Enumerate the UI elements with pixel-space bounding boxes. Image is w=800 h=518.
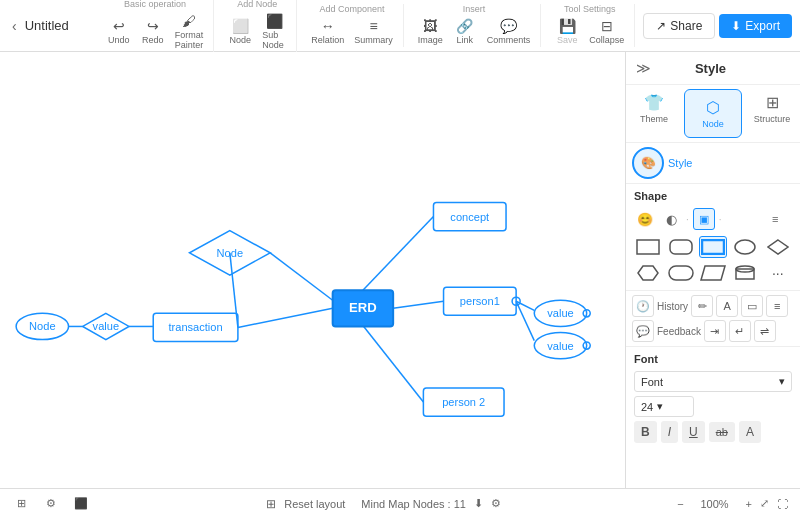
font-section: Font Font ▾ 24 ▾ B I U ab A xyxy=(626,347,800,449)
export-button[interactable]: ⬇ Export xyxy=(719,14,792,38)
svg-rect-34 xyxy=(670,240,692,254)
add-component-group: Add Component ↔ Relation ≡ Summary xyxy=(301,4,404,47)
fill-image-btn[interactable]: ▣ xyxy=(693,208,715,230)
comments-button[interactable]: 💬 Comments xyxy=(483,16,535,47)
fit-view-button[interactable]: ⤢ xyxy=(758,495,771,512)
shape-top-icons: 😊 ◐ · ▣ · ≡ xyxy=(634,208,792,230)
structure-icon: ⊞ xyxy=(766,93,779,112)
diagram-canvas[interactable]: Node value transaction Node ERD concept … xyxy=(0,52,625,488)
share-button[interactable]: ↗ Share xyxy=(643,13,715,39)
svg-text:Node: Node xyxy=(217,247,243,259)
italic-button[interactable]: I xyxy=(661,421,678,443)
link-button[interactable]: 🔗 Link xyxy=(449,16,481,47)
document-title[interactable]: Untitled xyxy=(25,18,85,33)
shape-hexagon[interactable] xyxy=(634,262,662,284)
panel-header: ≫ Style xyxy=(626,52,800,85)
history-icon-btn[interactable]: 🕐 xyxy=(632,295,654,317)
shape-rect-bold[interactable] xyxy=(699,236,727,258)
shape-cylinder[interactable] xyxy=(731,262,759,284)
font-style-row: B I U ab A xyxy=(634,421,792,443)
image-label: Image xyxy=(418,35,443,45)
shape-stadium[interactable] xyxy=(666,262,694,284)
svg-text:transaction: transaction xyxy=(168,321,222,333)
basic-operation-items: ↩ Undo ↪ Redo 🖌 Format Painter xyxy=(103,11,208,52)
shape-diamond[interactable] xyxy=(764,236,792,258)
diagram-svg: Node value transaction Node ERD concept … xyxy=(0,52,625,488)
underline-button[interactable]: U xyxy=(682,421,705,443)
node-button[interactable]: ⬜ Node xyxy=(224,16,256,47)
zoom-plus-button[interactable]: + xyxy=(744,496,754,512)
color-tool-btn[interactable]: A xyxy=(716,295,738,317)
wrap-btn[interactable]: ⇌ xyxy=(754,320,776,342)
nodes-count-label: Mind Map Nodes : 11 xyxy=(361,498,466,510)
add-component-label: Add Component xyxy=(319,4,384,14)
shape-circle[interactable] xyxy=(731,236,759,258)
status-grid-icon[interactable]: ⊞ xyxy=(10,493,32,515)
bold-button[interactable]: B xyxy=(634,421,657,443)
align-icon-btn[interactable]: ≡ xyxy=(772,211,792,227)
style-subtabs-row: 🎨 Style xyxy=(626,143,800,184)
format-painter-label: Format Painter xyxy=(175,30,204,50)
shape-more[interactable]: ··· xyxy=(764,262,792,284)
svg-marker-40 xyxy=(701,266,725,280)
redo-button[interactable]: ↪ Redo xyxy=(137,16,169,47)
font-family-select[interactable]: Font ▾ xyxy=(634,371,792,392)
save-button[interactable]: 💾 Save xyxy=(551,16,583,47)
strikethrough-button[interactable]: ab xyxy=(709,422,735,442)
link-icon: 🔗 xyxy=(456,18,473,34)
comments-icon: 💬 xyxy=(500,18,517,34)
outdent-btn[interactable]: ↵ xyxy=(729,320,751,342)
gradient-icon-btn[interactable]: ◐ xyxy=(660,208,682,230)
share-icon: ↗ xyxy=(656,19,666,33)
image-button[interactable]: 🖼 Image xyxy=(414,16,447,47)
back-button[interactable]: ‹ xyxy=(8,14,21,38)
basic-operation-group: Basic operation ↩ Undo ↪ Redo 🖌 Format P… xyxy=(97,0,215,52)
status-settings-icon[interactable]: ⚙ xyxy=(40,493,62,515)
status-monitor-icon[interactable]: ⬛ xyxy=(70,493,92,515)
undo-button[interactable]: ↩ Undo xyxy=(103,16,135,47)
sub-node-button[interactable]: ⬛ Sub Node xyxy=(258,11,290,52)
sub-node-label: Sub Node xyxy=(262,30,286,50)
tab-theme-label: Theme xyxy=(640,114,668,124)
tab-node[interactable]: ⬡ Node xyxy=(684,89,742,138)
save-icon: 💾 xyxy=(559,18,576,34)
feedback-icon-btn[interactable]: 💬 xyxy=(632,320,654,342)
svg-marker-37 xyxy=(768,240,788,254)
border-tool-btn[interactable]: ▭ xyxy=(741,295,763,317)
settings-icon[interactable]: ⚙ xyxy=(491,497,501,510)
relation-label: Relation xyxy=(311,35,344,45)
svg-text:value: value xyxy=(547,340,573,352)
download-icon[interactable]: ⬇ xyxy=(474,497,483,510)
tab-node-label: Node xyxy=(702,119,724,129)
collapse-button[interactable]: ⊟ Collapse xyxy=(585,16,628,47)
font-section-title: Font xyxy=(634,353,792,365)
pen-tool-btn[interactable]: ✏ xyxy=(691,295,713,317)
font-color-button[interactable]: A xyxy=(739,421,761,443)
zoom-minus-button[interactable]: − xyxy=(675,496,685,512)
reset-layout-label[interactable]: Reset layout xyxy=(284,498,345,510)
font-size-select[interactable]: 24 ▾ xyxy=(634,396,694,417)
align-tool-btn[interactable]: ≡ xyxy=(766,295,788,317)
panel-title: Style xyxy=(695,61,726,76)
shape-rect-round[interactable] xyxy=(666,236,694,258)
style-subtab-active[interactable]: 🎨 xyxy=(632,147,664,179)
fullscreen-button[interactable]: ⛶ xyxy=(775,496,790,512)
svg-text:value: value xyxy=(93,320,119,332)
style-subtab-label: Style xyxy=(668,157,692,169)
link-label: Link xyxy=(457,35,474,45)
summary-button[interactable]: ≡ Summary xyxy=(350,16,397,47)
add-component-items: ↔ Relation ≡ Summary xyxy=(307,16,397,47)
icon-tool-row-2: 💬 Feedback ⇥ ↵ ⇌ xyxy=(632,320,794,342)
tab-structure[interactable]: ⊞ Structure xyxy=(744,85,800,142)
shape-parallelogram[interactable] xyxy=(699,262,727,284)
tab-structure-label: Structure xyxy=(754,114,791,124)
emoji-icon-btn[interactable]: 😊 xyxy=(634,208,656,230)
svg-line-4 xyxy=(516,301,534,340)
basic-operation-label: Basic operation xyxy=(124,0,186,9)
shape-rect[interactable] xyxy=(634,236,662,258)
indent-btn[interactable]: ⇥ xyxy=(704,320,726,342)
format-painter-button[interactable]: 🖌 Format Painter xyxy=(171,11,208,52)
tab-theme[interactable]: 👕 Theme xyxy=(626,85,682,142)
panel-collapse-button[interactable]: ≫ xyxy=(636,60,651,76)
relation-button[interactable]: ↔ Relation xyxy=(307,16,348,47)
